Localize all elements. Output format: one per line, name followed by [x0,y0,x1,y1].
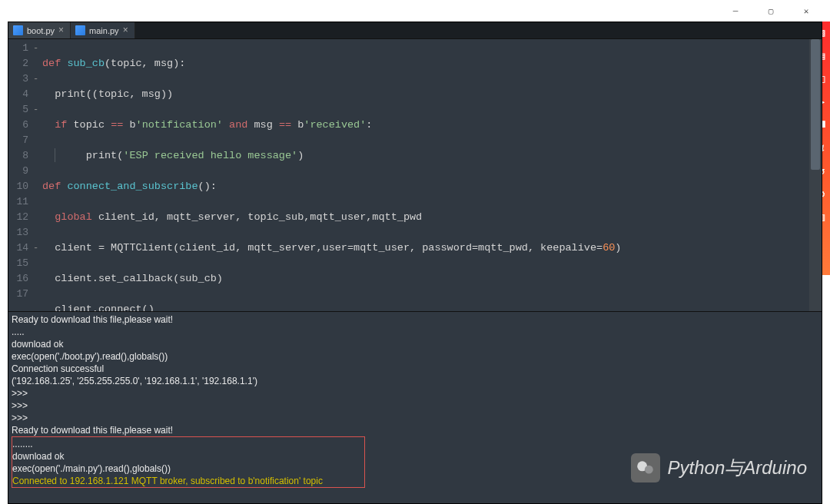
console-line: >>> [12,387,818,400]
close-button[interactable]: ✕ [788,0,824,22]
tab-label: main.py [89,26,119,35]
console-line: exec(open('./boot.py').read(),globals()) [12,350,818,363]
code-area[interactable]: def sub_cb(topic, msg): print((topic, ms… [42,39,809,311]
line-number: 17 [8,287,28,302]
console-line: ('192.168.1.25', '255.255.255.0', '192.1… [12,375,818,387]
fold-marker [33,56,42,71]
fold-marker [33,179,42,194]
editor-window: boot.py × main.py × 1 2 3 4 5 6 7 8 9 10… [8,22,822,504]
tab-label: boot.py [27,26,55,35]
line-number: 9 [8,164,28,179]
tab-bar: boot.py × main.py × [8,22,822,39]
line-number: 3 [8,71,28,87]
line-number: 8 [8,148,28,164]
fold-marker [33,194,42,210]
line-number: 6 [8,118,28,133]
close-icon[interactable]: × [123,27,130,34]
console-line: >>> [12,400,818,412]
editor-area: 1 2 3 4 5 6 7 8 9 10 11 12 13 14 15 16 1… [8,39,822,311]
line-number: 2 [8,56,28,71]
svg-point-1 [644,466,652,474]
fold-marker [33,118,42,133]
line-number: 1 [8,41,28,56]
close-icon[interactable]: × [58,27,65,34]
console-line: download ok [12,450,364,463]
fold-marker [33,87,42,102]
line-number: 7 [8,133,28,148]
console-line: >>> [12,412,818,424]
minimize-button[interactable]: — [718,0,753,22]
console-line: Ready to download this file,please wait! [12,424,818,436]
fold-column: - - - - [33,39,42,311]
fold-marker[interactable]: - [33,71,42,87]
line-number: 15 [8,256,28,271]
tab-boot[interactable]: boot.py × [8,22,71,38]
line-gutter: 1 2 3 4 5 6 7 8 9 10 11 12 13 14 15 16 1… [8,39,33,311]
line-number: 4 [8,87,28,102]
fold-marker [33,225,42,240]
fold-marker [33,210,42,225]
fold-marker[interactable]: - [33,240,42,256]
scrollbar-thumb[interactable] [811,39,820,170]
file-icon [75,25,85,35]
wechat-icon [631,453,660,482]
title-bar: — ▢ ✕ [0,0,830,22]
line-number: 14 [8,240,28,256]
console-line: exec(open('./main.py').read(),globals()) [12,463,364,475]
watermark: Python与Arduino [631,453,807,482]
fold-marker [33,256,42,271]
watermark-text: Python与Arduino [668,456,807,480]
fold-marker [33,271,42,287]
line-number: 16 [8,271,28,287]
tab-main[interactable]: main.py × [71,22,135,38]
highlighted-output: ........ download ok exec(open('./main.p… [12,436,365,488]
fold-marker [33,287,42,302]
fold-marker [33,148,42,164]
console-line: download ok [12,338,818,350]
line-number: 13 [8,225,28,240]
line-number: 12 [8,210,28,225]
line-number: 11 [8,194,28,210]
fold-marker [33,164,42,179]
fold-marker[interactable]: - [33,41,42,56]
console-line: Ready to download this file,please wait! [12,313,818,326]
vertical-scrollbar[interactable] [809,39,822,311]
line-number: 5 [8,102,28,118]
maximize-button[interactable]: ▢ [753,0,788,22]
fold-marker[interactable]: - [33,102,42,118]
console-line: Connection successful [12,363,818,375]
fold-marker [33,133,42,148]
line-number: 10 [8,179,28,194]
file-icon [13,25,23,35]
console-line: ........ [12,438,364,450]
console-line: ..... [12,326,818,338]
console-line: Connected to 192.168.1.121 MQTT broker, … [12,475,364,487]
